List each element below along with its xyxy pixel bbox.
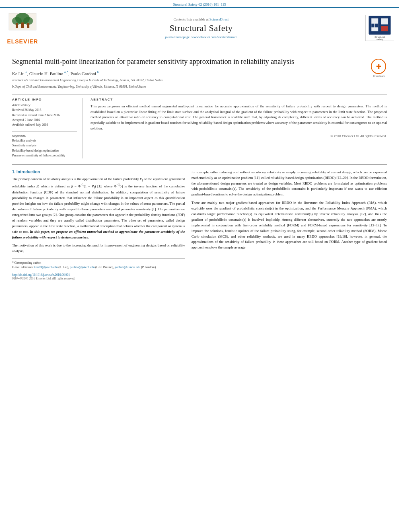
accepted-date: Accepted 2 June 2016 (12, 118, 77, 123)
sciencedirect-link[interactable]: ScienceDirect (210, 17, 229, 21)
info-divider (12, 131, 77, 131)
author1-name: (K. Liu), (58, 265, 69, 269)
doi-link[interactable]: http://dx.doi.org/10.1016/j.strusafe.201… (12, 273, 70, 277)
structural-safety-logo-icon (368, 15, 392, 35)
homepage-line: journal homepage: www.elsevier.com/locat… (44, 35, 358, 39)
crossmark-icon: ✚ (371, 59, 386, 74)
intro-para2: The motivation of this work is due to th… (12, 243, 185, 254)
affiliation-b: b Dept. of Civil and Environmental Engin… (12, 84, 367, 89)
svg-rect-6 (27, 23, 29, 28)
article-info-panel: ARTICLE INFO Article history: Received 2… (12, 98, 82, 158)
doi-url[interactable]: http://dx.doi.org/10.1016/j.strusafe.201… (12, 273, 185, 277)
abstract-copyright: © 2016 Elsevier Ltd. All rights reserved… (90, 134, 387, 138)
article-authors: Ke Liu a, Glaucio H. Paulino a,*, Paolo … (12, 70, 367, 76)
article-info-abstract: ARTICLE INFO Article history: Received 2… (12, 98, 387, 158)
journal-title: Structural Safety (44, 23, 358, 33)
article-title-text: Segmental multi-point linearization for … (12, 57, 367, 91)
top-bar: Structural Safety 62 (2016) 101–115 (0, 0, 399, 7)
structural-safety-logo-box: Structuralsafety (365, 15, 394, 41)
received-date: Received 26 May 2015 (12, 108, 77, 113)
keyword-1: Reliability analysis (12, 138, 77, 143)
journal-issue-info: Structural Safety 62 (2016) 101–115 (173, 2, 226, 6)
abstract-section: ABSTRACT This paper proposes an efficien… (90, 98, 387, 158)
author3-name: (P. Gardoni). (141, 265, 156, 269)
keyword-2: Sensitivity analysis (12, 143, 77, 148)
email1-link[interactable]: kliu89@gatech.edu (34, 265, 58, 269)
article-dates: Received 26 May 2015 Received in revised… (12, 108, 77, 128)
right-para1: for example, either reducing cost withou… (191, 170, 387, 197)
email3-link[interactable]: gardoni@illinois.edu (115, 265, 140, 269)
main-divider (12, 164, 387, 165)
right-para2: There are mainly two major gradient-base… (191, 200, 387, 251)
keyword-4: Parameter sensitivity of failure probabi… (12, 153, 77, 158)
elsevier-wordmark: ELSEVIER (5, 38, 40, 45)
svg-rect-4 (21, 23, 24, 28)
keyword-3: Reliability-based design optimization (12, 148, 77, 153)
available-date: Available online 6 July 2016 (12, 123, 77, 127)
footnote-area: * Corresponding author. E-mail addresses… (12, 258, 185, 270)
keywords-label: Keywords: (12, 134, 77, 138)
svg-rect-11 (371, 24, 374, 27)
right-column-body: for example, either reducing cost withou… (191, 170, 387, 251)
journal-right-logo: Structuralsafety (362, 15, 394, 41)
abstract-heading: ABSTRACT (90, 98, 387, 101)
corresponding-author-note: * Corresponding author. (12, 261, 185, 265)
email2-link[interactable]: paulino@gatech.edu (70, 265, 95, 269)
crossmark-badge: ✚ CrossMark (371, 59, 387, 77)
abstract-text: This paper proposes an efficient method … (90, 104, 387, 131)
article-body: Segmental multi-point linearization for … (0, 48, 399, 284)
section1-body: The primary concern of reliability analy… (12, 177, 185, 254)
keywords-section: Keywords: Reliability analysis Sensitivi… (12, 134, 77, 158)
history-label: Article history: (12, 103, 77, 107)
svg-rect-10 (381, 26, 388, 31)
author2-name: (G.H. Paulino), (95, 265, 114, 269)
email-footnote: E-mail addresses: kliu89@gatech.edu (K. … (12, 265, 185, 269)
right-column: for example, either reducing cost withou… (191, 170, 387, 280)
elsevier-logo: ELSEVIER (5, 11, 40, 45)
article-title: Segmental multi-point linearization for … (12, 57, 367, 66)
corresponding-label: * Corresponding author. (12, 261, 41, 265)
intro-para1: The primary concern of reliability analy… (12, 177, 185, 240)
elsevier-tree-icon (5, 11, 40, 37)
svg-rect-9 (381, 18, 388, 25)
svg-rect-12 (375, 24, 378, 27)
affiliation-a: a School of Civil and Environmental Engi… (12, 78, 367, 83)
svg-rect-5 (16, 23, 18, 28)
two-column-body: 1. Introduction The primary concern of r… (12, 170, 387, 280)
homepage-url[interactable]: www.elsevier.com/locate/strusafe (191, 35, 237, 39)
article-info-heading: ARTICLE INFO (12, 98, 77, 101)
article-title-section: Segmental multi-point linearization for … (12, 57, 387, 91)
doi-section: http://dx.doi.org/10.1016/j.strusafe.201… (12, 273, 185, 280)
contents-available-line: Contents lists available at ScienceDirec… (44, 17, 358, 21)
title-divider (12, 94, 387, 94)
doi-copyright: 0167-4730/© 2016 Elsevier Ltd. All right… (12, 277, 185, 280)
homepage-label: journal homepage: (165, 35, 191, 39)
journal-center-info: Contents lists available at ScienceDirec… (44, 17, 358, 39)
email-intro-label: E-mail addresses: (12, 265, 33, 269)
section1-heading: 1. Introduction (12, 170, 185, 174)
revised-date: Received in revised form 2 June 2016 (12, 113, 77, 118)
journal-header: ELSEVIER Contents lists available at Sci… (0, 7, 399, 48)
left-column: 1. Introduction The primary concern of r… (12, 170, 185, 280)
